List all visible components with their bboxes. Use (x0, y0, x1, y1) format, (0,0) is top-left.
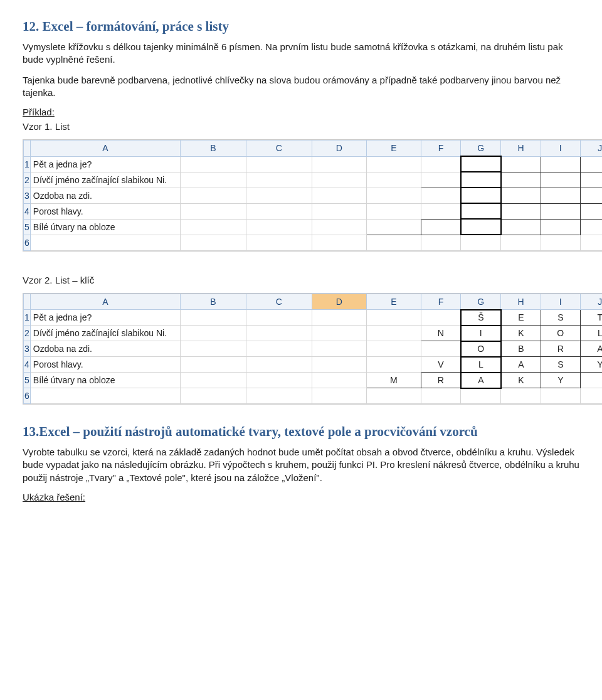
cell-I4[interactable]: S (541, 357, 580, 373)
cell-F5[interactable]: R (421, 373, 461, 388)
cell-A2[interactable]: Dívčí jméno začínající slabikou Ni. (30, 172, 180, 188)
col-header-H[interactable]: H (501, 294, 541, 310)
cell-F3[interactable] (421, 188, 461, 203)
cell-E1[interactable] (366, 310, 421, 326)
cell-D1[interactable] (312, 156, 366, 172)
cell-B1[interactable] (180, 310, 246, 326)
cell-B6[interactable] (180, 235, 246, 250)
col-header-J[interactable]: J (580, 141, 602, 157)
cell-F5[interactable] (421, 219, 461, 235)
cell-H6[interactable] (501, 235, 541, 250)
cell-A5[interactable]: Bílé útvary na obloze (30, 373, 180, 388)
cell-I3[interactable]: R (541, 341, 580, 357)
cell-C4[interactable] (246, 203, 312, 219)
cell-C6[interactable] (246, 388, 312, 404)
col-header-G[interactable]: G (461, 141, 501, 157)
cell-G2[interactable] (461, 172, 501, 188)
cell-G6[interactable] (461, 388, 501, 404)
cell-C5[interactable] (246, 373, 312, 388)
cell-C3[interactable] (246, 341, 312, 357)
cell-C3[interactable] (246, 188, 312, 203)
cell-D4[interactable] (312, 357, 366, 373)
cell-J6[interactable] (580, 388, 602, 404)
cell-D5[interactable] (312, 373, 366, 388)
cell-F3[interactable] (421, 341, 461, 357)
cell-G3[interactable]: O (461, 341, 501, 357)
row-header-4[interactable]: 4 (24, 357, 31, 373)
cell-E5[interactable] (366, 219, 421, 235)
cell-J6[interactable] (580, 235, 602, 250)
cell-B5[interactable] (180, 373, 246, 388)
cell-F4[interactable] (421, 203, 461, 219)
cell-H4[interactable] (501, 203, 541, 219)
row-header-3[interactable]: 3 (24, 341, 31, 357)
cell-A4[interactable]: Porost hlavy. (30, 203, 180, 219)
cell-E2[interactable] (366, 172, 421, 188)
cell-G4[interactable]: L (461, 357, 501, 373)
cell-H3[interactable]: B (501, 341, 541, 357)
cell-J4[interactable] (580, 203, 602, 219)
cell-G3[interactable] (461, 188, 501, 203)
cell-B6[interactable] (180, 388, 246, 404)
cell-G5[interactable] (461, 219, 501, 235)
col-header-C[interactable]: C (246, 141, 312, 157)
row-header-1[interactable]: 1 (24, 310, 31, 326)
cell-E4[interactable] (366, 357, 421, 373)
cell-A1[interactable]: Pět a jedna je? (30, 156, 180, 172)
cell-E6[interactable] (366, 235, 421, 250)
cell-I6[interactable] (541, 235, 580, 250)
col-header-A[interactable]: A (30, 141, 180, 157)
cell-I3[interactable] (541, 188, 580, 203)
cell-J5[interactable] (580, 373, 602, 388)
cell-F6[interactable] (421, 388, 461, 404)
cell-A6[interactable] (30, 388, 180, 404)
cell-B4[interactable] (180, 357, 246, 373)
row-header-2[interactable]: 2 (24, 326, 31, 341)
col-header-E[interactable]: E (366, 294, 421, 310)
row-header-2[interactable]: 2 (24, 172, 31, 188)
cell-H6[interactable] (501, 388, 541, 404)
cell-A3[interactable]: Ozdoba na zdi. (30, 341, 180, 357)
cell-A6[interactable] (30, 235, 180, 250)
col-header-D[interactable]: D (312, 141, 366, 157)
cell-J3[interactable] (580, 188, 602, 203)
cell-D4[interactable] (312, 203, 366, 219)
cell-F4[interactable]: V (421, 357, 461, 373)
cell-I5[interactable]: Y (541, 373, 580, 388)
cell-F2[interactable]: N (421, 326, 461, 341)
row-header-1[interactable]: 1 (24, 156, 31, 172)
cell-C2[interactable] (246, 172, 312, 188)
cell-A5[interactable]: Bílé útvary na obloze (30, 219, 180, 235)
cell-I1[interactable] (541, 156, 580, 172)
col-header-I[interactable]: I (541, 141, 580, 157)
cell-J2[interactable] (580, 172, 602, 188)
cell-E6[interactable] (366, 388, 421, 404)
cell-C2[interactable] (246, 326, 312, 341)
cell-B2[interactable] (180, 326, 246, 341)
cell-C1[interactable] (246, 156, 312, 172)
cell-A4[interactable]: Porost hlavy. (30, 357, 180, 373)
col-header-B[interactable]: B (180, 294, 246, 310)
cell-E4[interactable] (366, 203, 421, 219)
cell-B1[interactable] (180, 156, 246, 172)
cell-C6[interactable] (246, 235, 312, 250)
row-header-3[interactable]: 3 (24, 188, 31, 203)
cell-J3[interactable]: A (580, 341, 602, 357)
cell-D5[interactable] (312, 219, 366, 235)
cell-D1[interactable] (312, 310, 366, 326)
cell-H3[interactable] (501, 188, 541, 203)
col-header-F[interactable]: F (421, 294, 461, 310)
row-header-6[interactable]: 6 (24, 235, 31, 250)
cell-E3[interactable] (366, 341, 421, 357)
cell-E3[interactable] (366, 188, 421, 203)
row-header-4[interactable]: 4 (24, 203, 31, 219)
cell-I6[interactable] (541, 388, 580, 404)
cell-C4[interactable] (246, 357, 312, 373)
cell-C1[interactable] (246, 310, 312, 326)
cell-F2[interactable] (421, 172, 461, 188)
cell-C5[interactable] (246, 219, 312, 235)
cell-D3[interactable] (312, 341, 366, 357)
row-header-5[interactable]: 5 (24, 219, 31, 235)
col-header-H[interactable]: H (501, 141, 541, 157)
cell-G1[interactable]: Š (461, 310, 501, 326)
